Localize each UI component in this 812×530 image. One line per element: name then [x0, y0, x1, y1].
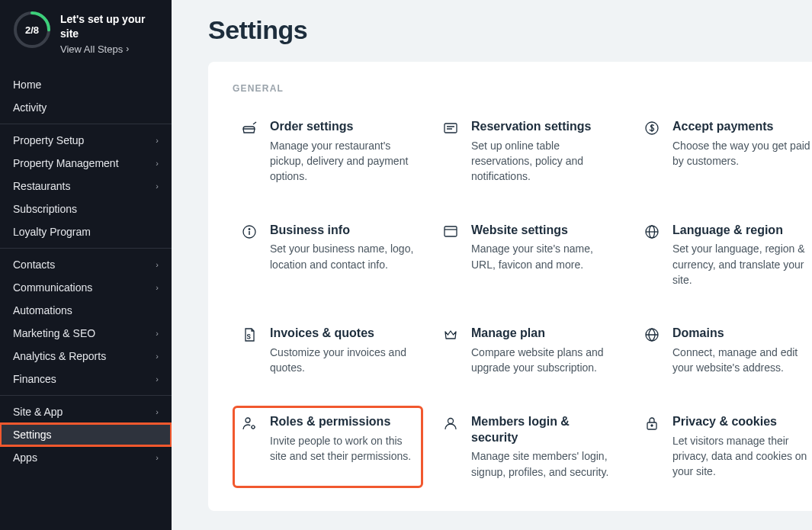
nav-item-activity[interactable]: Activity [0, 96, 172, 119]
setup-progress-block[interactable]: 2/8 Let's set up your site View All Step… [0, 0, 172, 69]
member-icon [442, 415, 459, 432]
settings-card-roles-permissions[interactable]: Roles & permissionsInvite people to work… [233, 406, 423, 488]
nav-item-site-app[interactable]: Site & App› [0, 400, 172, 423]
sidebar-nav: HomeActivityProperty Setup›Property Mana… [0, 69, 172, 474]
settings-panel: GENERAL Order settingsManage your restau… [208, 62, 812, 511]
nav-item-home[interactable]: Home [0, 73, 172, 96]
settings-card-business-info[interactable]: Business infoSet your business name, log… [233, 214, 423, 297]
nav-item-marketing-seo[interactable]: Marketing & SEO› [0, 322, 172, 345]
settings-card-privacy-cookies[interactable]: Privacy & cookiesLet visitors manage the… [635, 406, 812, 488]
card-title: Order settings [270, 119, 415, 135]
nav-label: Settings [13, 429, 52, 441]
nav-item-subscriptions[interactable]: Subscriptions [0, 198, 172, 220]
roles-icon [241, 415, 258, 432]
chevron-right-icon: › [156, 260, 159, 269]
settings-card-order-settings[interactable]: Order settingsManage your restaurant's p… [233, 111, 423, 193]
card-title: Members login & security [471, 414, 616, 446]
chevron-right-icon: › [156, 136, 159, 145]
card-title: Language & region [672, 223, 812, 239]
nav-label: Analytics & Reports [13, 350, 106, 362]
progress-ring: 2/8 [13, 11, 51, 49]
nav-label: Property Setup [13, 134, 84, 146]
chevron-right-icon: › [126, 43, 129, 54]
nav-item-contacts[interactable]: Contacts› [0, 253, 172, 276]
crown-icon [442, 326, 459, 343]
card-description: Set your language, region & currency, an… [672, 241, 812, 287]
card-title: Accept payments [672, 119, 812, 135]
settings-card-website-settings[interactable]: Website settingsManage your site's name,… [434, 214, 624, 297]
sidebar: 2/8 Let's set up your site View All Step… [0, 0, 172, 530]
nav-label: Marketing & SEO [13, 327, 95, 339]
view-all-steps-link[interactable]: View All Steps › [60, 43, 162, 55]
chevron-right-icon: › [156, 453, 159, 462]
nav-label: Apps [13, 451, 37, 464]
card-description: Manage your restaurant's pickup, deliver… [270, 138, 415, 185]
settings-card-language-region[interactable]: Language & regionSet your language, regi… [635, 214, 812, 297]
page-title: Settings [208, 15, 812, 45]
card-description: Compare website plans and upgrade your s… [471, 345, 616, 376]
chevron-right-icon: › [156, 329, 159, 338]
browser-icon [442, 223, 459, 240]
card-description: Manage your site's name, URL, favicon an… [471, 241, 616, 272]
progress-text: 2/8 [13, 11, 51, 49]
nav-label: Automations [13, 304, 72, 316]
reservation-icon [442, 120, 459, 137]
card-description: Customize your invoices and quotes. [270, 345, 415, 376]
domain-icon [644, 326, 660, 343]
settings-card-invoices-quotes[interactable]: Invoices & quotesCustomize your invoices… [233, 317, 423, 384]
chevron-right-icon: › [156, 407, 159, 416]
settings-card-manage-plan[interactable]: Manage planCompare website plans and upg… [434, 317, 624, 384]
nav-label: Subscriptions [13, 203, 77, 215]
settings-card-accept-payments[interactable]: Accept paymentsChoose the way you get pa… [635, 111, 812, 193]
card-title: Reservation settings [471, 119, 616, 135]
card-description: Choose the way you get paid by customers… [672, 138, 812, 169]
card-title: Roles & permissions [270, 414, 415, 430]
card-description: Connect, manage and edit your website's … [672, 345, 812, 376]
nav-item-automations[interactable]: Automations [0, 299, 172, 322]
nav-label: Restaurants [13, 180, 70, 192]
settings-card-reservation-settings[interactable]: Reservation settingsSet up online table … [434, 111, 624, 193]
dollar-icon [644, 120, 660, 137]
invoice-icon [241, 326, 258, 343]
chevron-right-icon: › [156, 374, 159, 384]
nav-label: Contacts [13, 259, 55, 271]
nav-item-loyalty-program[interactable]: Loyalty Program [0, 220, 172, 243]
nav-item-restaurants[interactable]: Restaurants› [0, 175, 172, 198]
setup-title: Let's set up your site [60, 12, 162, 41]
info-icon [241, 223, 258, 240]
settings-cards-grid: Order settingsManage your restaurant's p… [233, 111, 812, 488]
card-title: Invoices & quotes [270, 326, 415, 342]
nav-item-analytics-reports[interactable]: Analytics & Reports› [0, 345, 172, 368]
main-content: Settings GENERAL Order settingsManage yo… [172, 0, 812, 530]
nav-label: Site & App [13, 406, 63, 418]
section-label-general: GENERAL [233, 83, 812, 94]
nav-item-communications[interactable]: Communications› [0, 276, 172, 299]
nav-item-apps[interactable]: Apps› [0, 446, 172, 469]
card-description: Invite people to work on this site and s… [270, 433, 415, 464]
nav-item-finances[interactable]: Finances› [0, 368, 172, 390]
lock-icon [644, 415, 660, 432]
nav-item-settings[interactable]: Settings [0, 423, 172, 446]
card-description: Let visitors manage their privacy, data … [672, 433, 812, 480]
nav-label: Activity [13, 101, 47, 114]
card-title: Manage plan [471, 326, 616, 342]
nav-item-property-setup[interactable]: Property Setup› [0, 129, 172, 152]
card-title: Website settings [471, 223, 616, 239]
chevron-right-icon: › [156, 159, 159, 168]
card-description: Set up online table reservations, policy… [471, 138, 616, 185]
card-title: Domains [672, 326, 812, 342]
card-title: Business info [270, 223, 415, 239]
nav-label: Home [13, 79, 41, 91]
nav-label: Finances [13, 373, 56, 385]
nav-label: Loyalty Program [13, 226, 91, 238]
settings-card-members-login-security[interactable]: Members login & securityManage site memb… [434, 406, 624, 488]
chevron-right-icon: › [156, 283, 159, 292]
settings-card-domains[interactable]: DomainsConnect, manage and edit your web… [635, 317, 812, 384]
chevron-right-icon: › [156, 181, 159, 191]
nav-label: Communications [13, 281, 92, 294]
nav-label: Property Management [13, 157, 119, 169]
globe-icon [644, 223, 660, 240]
card-title: Privacy & cookies [672, 414, 812, 430]
nav-item-property-management[interactable]: Property Management› [0, 152, 172, 175]
card-description: Set your business name, logo, location a… [270, 241, 415, 272]
